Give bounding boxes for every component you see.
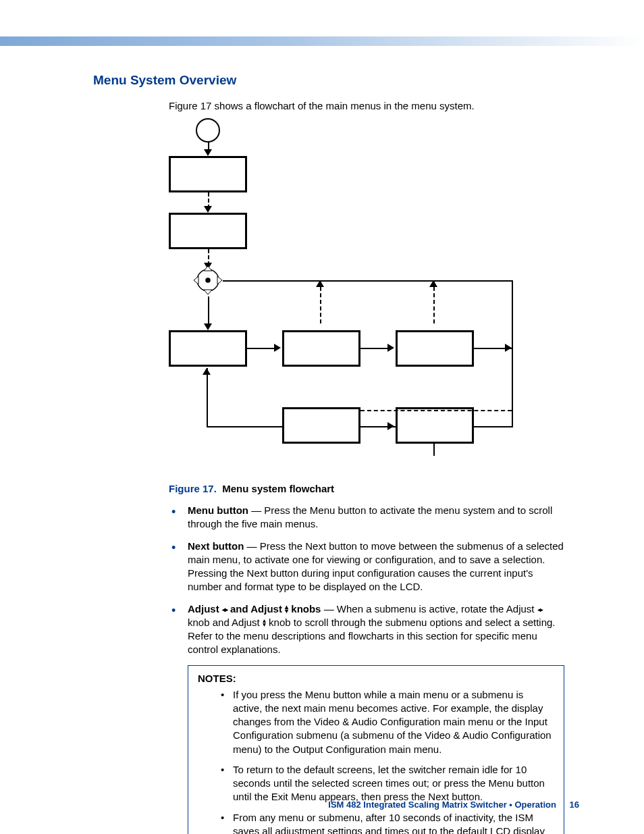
t: knobs bbox=[288, 603, 321, 615]
arrow-right-icon bbox=[274, 344, 281, 352]
flowchart-connector bbox=[223, 280, 513, 282]
arrow-down-icon bbox=[204, 206, 212, 213]
section-heading: Menu System Overview bbox=[93, 73, 566, 88]
bullet-list: Menu button — Press the Menu button to a… bbox=[169, 504, 566, 657]
page-number: 16 bbox=[570, 800, 579, 810]
dash: — bbox=[248, 504, 264, 516]
flowchart-figure bbox=[169, 118, 554, 476]
notes-heading: NOTES: bbox=[198, 673, 554, 684]
bullet-term: Adjust ◂▸ and Adjust ▴▾ knobs bbox=[188, 603, 321, 615]
t: Adjust bbox=[188, 603, 222, 615]
bullet-term: Next button bbox=[188, 540, 244, 552]
flowchart-connector bbox=[433, 444, 435, 456]
svg-marker-3 bbox=[204, 290, 212, 294]
header-gradient-bar bbox=[0, 36, 644, 46]
arrow-right-icon bbox=[387, 344, 394, 352]
list-item: To return to the default screens, let th… bbox=[221, 763, 554, 804]
flowchart-connector bbox=[208, 296, 209, 326]
notes-list: If you press the Menu button while a mai… bbox=[198, 688, 554, 835]
flowchart-connector bbox=[207, 368, 208, 426]
flowchart-box bbox=[282, 330, 360, 367]
list-item: Menu button — Press the Menu button to a… bbox=[169, 504, 566, 531]
dash: — bbox=[244, 540, 259, 552]
list-item: From any menu or submenu, after 10 secon… bbox=[221, 811, 554, 835]
figure-ref: Figure 17. bbox=[169, 483, 217, 494]
flowchart-connector bbox=[512, 352, 513, 426]
arrow-right-icon bbox=[505, 344, 512, 352]
arrow-down-icon bbox=[204, 323, 212, 330]
svg-marker-4 bbox=[194, 276, 198, 284]
adjust-horizontal-icon: ◂▸ bbox=[537, 605, 543, 615]
figure-title: Menu system flowchart bbox=[222, 483, 334, 494]
figure-caption: Figure 17. Menu system flowchart bbox=[169, 483, 566, 494]
flowchart-connector bbox=[512, 280, 513, 352]
flowchart-box bbox=[396, 407, 474, 444]
arrow-down-icon bbox=[204, 149, 212, 156]
flowchart-connector bbox=[247, 348, 275, 349]
list-item: If you press the Menu button while a mai… bbox=[221, 688, 554, 756]
adjust-horizontal-icon: ◂▸ bbox=[222, 605, 227, 615]
arrow-up-icon bbox=[203, 368, 211, 375]
arrow-right-icon bbox=[387, 422, 394, 430]
dash: — bbox=[321, 603, 336, 615]
flowchart-box bbox=[169, 330, 247, 367]
list-item: Next button — Press the Next button to m… bbox=[169, 540, 566, 594]
flowchart-connector-dashed bbox=[360, 410, 512, 411]
page-footer: ISM 482 Integrated Scaling Matrix Switch… bbox=[328, 800, 579, 810]
flowchart-start-node bbox=[196, 118, 220, 142]
t: and Adjust bbox=[227, 603, 285, 615]
flowchart-box bbox=[396, 330, 474, 367]
list-item: Adjust ◂▸ and Adjust ▴▾ knobs — When a s… bbox=[169, 602, 566, 657]
flowchart-box bbox=[169, 156, 247, 192]
arrow-up-icon bbox=[429, 280, 437, 287]
bullet-term: Menu button bbox=[188, 504, 248, 516]
flowchart-connector bbox=[360, 426, 389, 427]
intro-paragraph: Figure 17 shows a flowchart of the main … bbox=[169, 100, 566, 111]
flowchart-cycle-icon bbox=[192, 264, 224, 296]
flowchart-connector bbox=[360, 348, 389, 349]
flowchart-box bbox=[169, 213, 247, 249]
svg-marker-1 bbox=[204, 266, 212, 271]
svg-marker-2 bbox=[217, 276, 222, 284]
arrow-up-icon bbox=[316, 280, 324, 287]
flowchart-box bbox=[282, 407, 360, 444]
footer-text: ISM 482 Integrated Scaling Matrix Switch… bbox=[328, 800, 556, 810]
svg-point-0 bbox=[206, 278, 210, 282]
